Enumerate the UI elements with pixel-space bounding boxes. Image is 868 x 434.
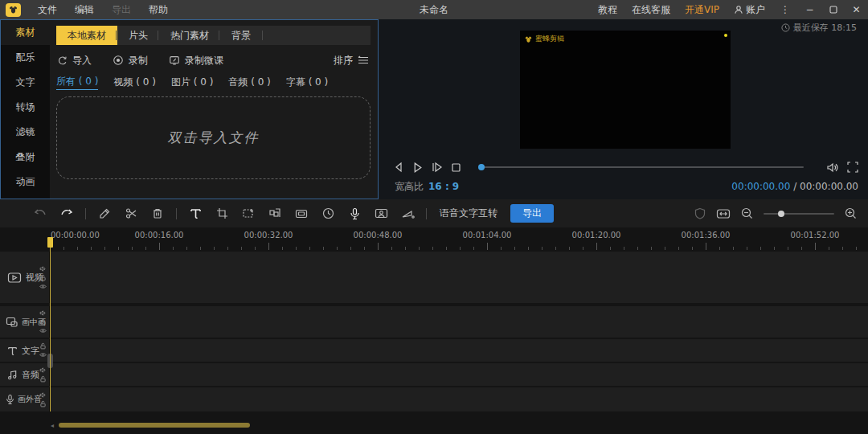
- tab-background[interactable]: 背景: [220, 26, 262, 45]
- scroll-left-arrow[interactable]: ◂: [51, 422, 54, 429]
- track-head-voiceover[interactable]: 画外音: [0, 387, 50, 411]
- export-button[interactable]: 导出: [510, 204, 554, 223]
- vip-link[interactable]: 开通VIP: [678, 3, 727, 17]
- tutorial-link[interactable]: 教程: [591, 3, 624, 17]
- next-frame-button[interactable]: [431, 162, 444, 173]
- close-button[interactable]: ✕: [845, 0, 868, 19]
- track-visibility-icon[interactable]: [39, 327, 47, 334]
- track-lock-icon[interactable]: [39, 400, 47, 407]
- volume-icon[interactable]: [826, 162, 839, 174]
- edit-pencil-icon[interactable]: [96, 207, 113, 219]
- fullscreen-icon[interactable]: [847, 162, 858, 173]
- track-lock-icon[interactable]: [39, 342, 47, 350]
- crop-icon[interactable]: [214, 207, 230, 219]
- maximize-button[interactable]: [821, 0, 845, 19]
- track-body-voiceover[interactable]: [50, 387, 868, 411]
- sidebar-item-animation[interactable]: 动画: [1, 170, 50, 194]
- menu-help[interactable]: 帮助: [140, 3, 177, 17]
- import-dropzone[interactable]: 双击导入文件: [56, 96, 371, 179]
- pip-camera-icon[interactable]: [373, 207, 389, 219]
- sidebar-item-material[interactable]: 素材: [1, 20, 50, 45]
- tab-local-material[interactable]: 本地素材: [56, 26, 117, 45]
- delete-trash-icon[interactable]: [149, 207, 166, 219]
- playhead-handle[interactable]: [47, 237, 53, 248]
- menu-file[interactable]: 文件: [29, 3, 66, 17]
- redo-icon[interactable]: [59, 208, 75, 219]
- speech-text-convert-button[interactable]: 语音文字互转: [440, 207, 497, 220]
- timeline-horizontal-scrollbar[interactable]: [59, 423, 250, 428]
- ruler-label: 00:00:48.00: [354, 231, 403, 240]
- stop-button[interactable]: [451, 162, 461, 173]
- track-row-pip: 画中画: [0, 306, 868, 338]
- zoom-in-icon[interactable]: [845, 207, 857, 219]
- add-text-icon[interactable]: [187, 207, 203, 219]
- menu-edit[interactable]: 编辑: [66, 3, 103, 17]
- sidebar-item-text[interactable]: 文字: [1, 70, 50, 95]
- ruler-label: 00:00:00.00: [51, 231, 100, 240]
- aspect-ratio-value[interactable]: 16 : 9: [428, 181, 459, 192]
- sort-label: 排序: [334, 54, 353, 68]
- more-menu-icon[interactable]: ⋮: [772, 4, 798, 15]
- minimize-button[interactable]: −: [798, 0, 821, 19]
- record-course-button[interactable]: 录制微课: [169, 54, 223, 68]
- mosaic-icon[interactable]: [267, 207, 283, 219]
- track-visibility-icon[interactable]: [39, 351, 47, 358]
- sort-button[interactable]: 排序: [334, 54, 369, 68]
- sidebar-item-filter[interactable]: 滤镜: [1, 120, 50, 145]
- duration-clock-icon[interactable]: [320, 207, 336, 219]
- zoom-region-icon[interactable]: [240, 207, 256, 219]
- filter-subtitle[interactable]: 字幕 ( 0 ): [286, 76, 328, 89]
- video-preview[interactable]: 蜜蜂剪辑: [520, 31, 731, 149]
- ruler-label: 00:01:20.00: [572, 231, 621, 240]
- filter-image[interactable]: 图片 ( 0 ): [171, 76, 213, 89]
- track-mute-icon[interactable]: [39, 391, 47, 399]
- sidebar-item-overlay[interactable]: 叠附: [1, 145, 50, 170]
- track-head-pip[interactable]: 画中画: [0, 306, 50, 338]
- ruler-label: 00:01:52.00: [791, 231, 840, 240]
- timeline-ruler[interactable]: 00:00:00.00 00:00:16.00 00:00:32.00 00:0…: [0, 227, 868, 252]
- zoom-out-icon[interactable]: [741, 207, 753, 219]
- sidebar: 素材 配乐 文字 转场 滤镜 叠附 动画: [1, 20, 50, 199]
- frame-export-icon[interactable]: [293, 208, 309, 219]
- screen-record-icon: [169, 55, 180, 66]
- track-label: 画外音: [18, 394, 42, 405]
- sidebar-item-music[interactable]: 配乐: [1, 45, 50, 70]
- filter-video[interactable]: 视频 ( 0 ): [113, 76, 155, 89]
- track-body-text[interactable]: [50, 339, 868, 362]
- timeline-zoom-slider[interactable]: [764, 213, 834, 215]
- filter-audio[interactable]: 音频 ( 0 ): [228, 76, 270, 89]
- tab-hot-material[interactable]: 热门素材: [159, 26, 220, 45]
- account-button[interactable]: 账户: [727, 3, 772, 17]
- support-link[interactable]: 在线客服: [624, 3, 678, 17]
- track-head-video[interactable]: 视频: [0, 252, 50, 303]
- pip-track-icon: [6, 317, 18, 328]
- track-body-pip[interactable]: [50, 306, 868, 338]
- speed-icon[interactable]: [399, 208, 416, 219]
- playback-progress-slider[interactable]: [479, 166, 804, 168]
- track-body-video[interactable]: [50, 252, 868, 303]
- fit-timeline-icon[interactable]: [716, 208, 731, 219]
- track-lock-icon[interactable]: [39, 274, 47, 281]
- microphone-icon[interactable]: [346, 207, 362, 220]
- track-lock-icon[interactable]: [39, 318, 47, 326]
- track-lock-icon[interactable]: [39, 375, 47, 383]
- play-button[interactable]: [411, 162, 424, 174]
- split-scissors-icon[interactable]: [123, 207, 139, 219]
- track-head-text[interactable]: 文字: [0, 339, 50, 362]
- track-mute-icon[interactable]: [39, 265, 47, 272]
- track-visibility-icon[interactable]: [39, 283, 47, 290]
- track-head-audio[interactable]: 音频: [0, 363, 50, 386]
- playback-progress-thumb[interactable]: [478, 164, 485, 170]
- filter-all[interactable]: 所有 ( 0 ): [56, 75, 98, 90]
- track-body-audio[interactable]: [50, 363, 868, 386]
- tab-intro[interactable]: 片头: [117, 26, 159, 45]
- track-mute-icon[interactable]: [39, 309, 47, 317]
- record-button[interactable]: 录制: [113, 54, 148, 68]
- import-button[interactable]: 导入: [56, 54, 92, 68]
- undo-icon[interactable]: [32, 208, 48, 219]
- track-mute-icon[interactable]: [39, 366, 47, 374]
- prev-frame-button[interactable]: [393, 162, 404, 173]
- timeline-zoom-thumb[interactable]: [778, 211, 784, 217]
- shield-icon[interactable]: [694, 207, 706, 219]
- sidebar-item-transition[interactable]: 转场: [1, 95, 50, 120]
